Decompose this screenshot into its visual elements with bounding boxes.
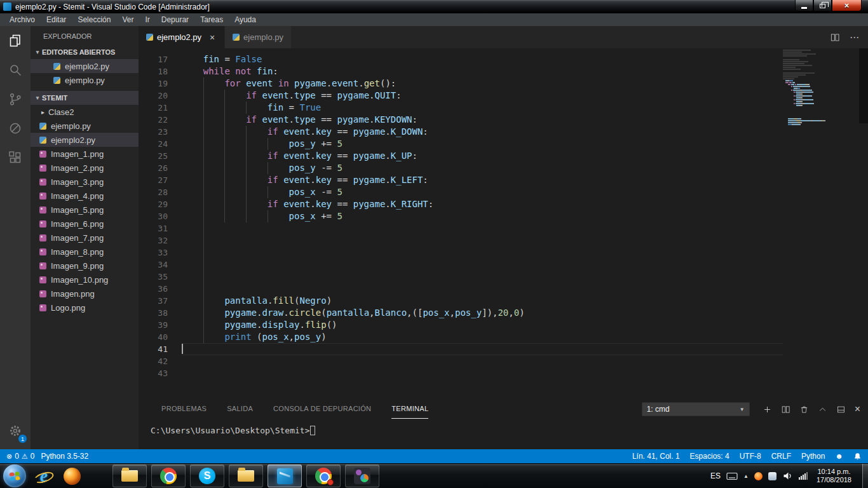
line-number[interactable]: 35 — [139, 271, 168, 283]
taskbar-app-media-player[interactable] — [345, 464, 379, 487]
tree-item-imagen-1-png[interactable]: Imagen_1.png — [31, 147, 139, 161]
python-interpreter[interactable]: Python 3.5-32 — [41, 452, 88, 461]
code-line[interactable]: 25 if event.key == pygame.K_UP: — [139, 150, 868, 162]
open-editors-header[interactable]: ▾ EDITORES ABIERTOS — [31, 45, 139, 59]
line-number[interactable]: 17 — [139, 53, 168, 65]
kill-terminal-icon[interactable] — [799, 405, 809, 414]
code-line[interactable]: 32 — [139, 234, 868, 247]
tree-item-clase2[interactable]: ▸Clase2 — [31, 105, 139, 119]
line-number[interactable]: 22 — [139, 114, 168, 126]
taskbar-app-chrome[interactable] — [151, 464, 186, 487]
code-line[interactable]: 29 if event.key == pygame.K_RIGHT: — [139, 198, 868, 210]
language-indicator[interactable]: ES — [710, 471, 721, 480]
panel-position-icon[interactable] — [836, 405, 846, 414]
open-editor-ejemplo-py[interactable]: ejemplo.py — [31, 73, 139, 87]
code-line[interactable]: 31 — [139, 222, 868, 234]
language-mode[interactable]: Python — [801, 452, 825, 461]
tree-item-imagen-png[interactable]: Imagen.png — [31, 287, 139, 301]
line-number[interactable]: 41 — [139, 343, 168, 355]
keyboard-icon[interactable] — [726, 472, 738, 480]
taskbar-app-windows-explorer[interactable] — [112, 464, 147, 487]
terminal-picker[interactable]: 1: cmd ▼ — [642, 402, 750, 416]
activity-settings[interactable]: 1 — [0, 416, 31, 445]
line-number[interactable]: 38 — [139, 307, 168, 319]
code-line[interactable]: 40 print (pos_x,pos_y) — [139, 331, 868, 343]
tree-item-imagen-7-png[interactable]: Imagen_7.png — [31, 231, 139, 245]
taskbar-app-chrome-profile[interactable] — [306, 464, 341, 487]
code-line[interactable]: 21 fin = True — [139, 102, 868, 114]
notifications-bell-icon[interactable] — [853, 452, 862, 461]
code-line[interactable]: 18 while not fin: — [139, 65, 868, 78]
code-line[interactable]: 43 — [139, 367, 868, 379]
line-number[interactable]: 32 — [139, 234, 168, 247]
line-number[interactable]: 18 — [139, 65, 168, 78]
menu-ir[interactable]: Ir — [139, 13, 155, 26]
line-number[interactable]: 34 — [139, 259, 168, 271]
line-number[interactable]: 29 — [139, 198, 168, 210]
tree-item-ejemplo-py[interactable]: ejemplo.py — [31, 119, 139, 133]
code-line[interactable]: 33 — [139, 247, 868, 259]
folder-section-header[interactable]: ▾ STEMIT — [31, 91, 139, 105]
feedback-smiley-icon[interactable]: ☻ — [835, 452, 843, 461]
line-number[interactable]: 33 — [139, 247, 168, 259]
code-line[interactable]: 24 pos_y += 5 — [139, 138, 868, 150]
menu-archivo[interactable]: Archivo — [4, 13, 41, 26]
open-editor-ejemplo2-py[interactable]: ejemplo2.py — [31, 59, 139, 73]
line-number[interactable]: 31 — [139, 222, 168, 234]
code-line[interactable]: 20 if event.type == pygame.QUIT: — [139, 90, 868, 102]
tree-item-imagen-5-png[interactable]: Imagen_5.png — [31, 203, 139, 217]
split-editor-icon[interactable] — [830, 32, 840, 43]
line-number[interactable]: 36 — [139, 283, 168, 295]
start-button[interactable] — [3, 464, 26, 487]
tab-ejemplo2-py[interactable]: ejemplo2.py× — [139, 26, 225, 48]
menu-ayuda[interactable]: Ayuda — [229, 13, 262, 26]
close-icon[interactable]: × — [208, 32, 217, 43]
line-number[interactable]: 30 — [139, 210, 168, 222]
code-line[interactable]: 34 — [139, 259, 868, 271]
eol-sequence[interactable]: CRLF — [771, 452, 791, 461]
code-line[interactable]: 28 pos_x -= 5 — [139, 186, 868, 198]
new-terminal-icon[interactable] — [763, 405, 772, 414]
more-actions-icon[interactable]: ⋯ — [850, 32, 859, 43]
panel-tab-problemas[interactable]: PROBLEMAS — [161, 400, 207, 419]
activity-extensions[interactable] — [0, 143, 31, 172]
tree-item-imagen-4-png[interactable]: Imagen_4.png — [31, 189, 139, 203]
maximize-button[interactable] — [813, 0, 832, 11]
tree-item-imagen-10-png[interactable]: Imagen_10.png — [31, 273, 139, 287]
menu-editar[interactable]: Editar — [41, 13, 72, 26]
activity-search[interactable] — [0, 55, 31, 85]
volume-icon[interactable] — [782, 471, 792, 481]
activity-debug[interactable] — [0, 114, 31, 143]
close-panel-icon[interactable]: × — [855, 404, 860, 414]
close-button[interactable]: × — [832, 0, 862, 11]
panel-tab-consola-de-depuracion[interactable]: CONSOLA DE DEPURACIÓN — [273, 400, 371, 419]
line-number[interactable]: 24 — [139, 138, 168, 150]
line-number[interactable]: 20 — [139, 90, 168, 102]
tray-app-icon-2[interactable] — [768, 472, 776, 480]
code-line[interactable]: 38 pygame.draw.circle(pantalla,Blanco,([… — [139, 307, 868, 319]
line-number[interactable]: 27 — [139, 174, 168, 186]
line-number[interactable]: 23 — [139, 126, 168, 138]
show-desktop-button[interactable] — [862, 464, 868, 488]
line-number[interactable]: 26 — [139, 162, 168, 174]
editor[interactable]: 17 fin = False18 while not fin:19 for ev… — [139, 48, 868, 400]
terminal-output[interactable]: C:\Users\Usuario\Desktop\Stemit> — [139, 419, 868, 435]
clock[interactable]: 10:14 p.m. 17/08/2018 — [817, 468, 851, 484]
panel-tab-salida[interactable]: SALIDA — [227, 400, 253, 419]
code-line[interactable]: 22 if event.type == pygame.KEYDOWN: — [139, 114, 868, 126]
tree-item-imagen-6-png[interactable]: Imagen_6.png — [31, 217, 139, 231]
code-line[interactable]: 30 pos_x += 5 — [139, 210, 868, 222]
problems-status[interactable]: ⊗ 0 ⚠ 0 — [6, 452, 34, 461]
editor-scrollbar-thumb[interactable] — [859, 48, 868, 123]
code-line[interactable]: 19 for event in pygame.event.get(): — [139, 78, 868, 90]
tree-item-ejemplo2-py[interactable]: ejemplo2.py — [31, 133, 139, 147]
code-line[interactable]: 42 — [139, 355, 868, 367]
menu-tareas[interactable]: Tareas — [194, 13, 229, 26]
network-icon[interactable] — [798, 471, 808, 481]
line-number[interactable]: 43 — [139, 367, 168, 379]
menu-seleccion[interactable]: Selección — [72, 13, 116, 26]
code-line[interactable]: 35 — [139, 271, 868, 283]
taskbar-app-vscode[interactable] — [268, 464, 302, 487]
line-number[interactable]: 39 — [139, 319, 168, 331]
tree-item-imagen-3-png[interactable]: Imagen_3.png — [31, 175, 139, 189]
